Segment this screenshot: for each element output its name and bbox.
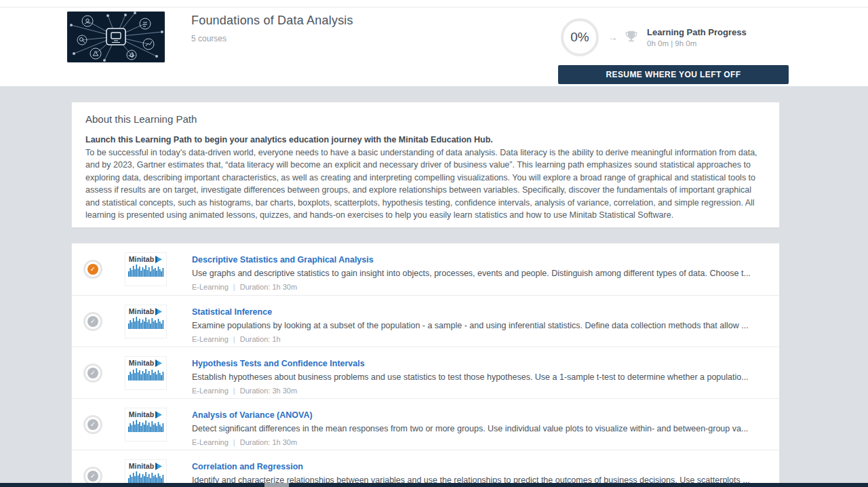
course-title-link[interactable]: Analysis of Variance (ANOVA)	[192, 410, 313, 420]
course-description: Examine populations by looking at a subs…	[192, 321, 762, 330]
resume-button[interactable]: RESUME WHERE YOU LEFT OFF	[558, 65, 789, 84]
course-list: ✓ Minitab Descriptive Statistics and Gra…	[71, 243, 780, 487]
course-description: Use graphs and descriptive statistics to…	[192, 269, 762, 278]
minitab-chevron-icon	[155, 308, 163, 315]
minitab-chevron-icon	[155, 256, 163, 263]
course-meta: E-Learning|Duration: 1h	[192, 335, 762, 343]
minitab-logo: Minitab	[125, 252, 167, 286]
minitab-chevron-icon	[155, 463, 163, 470]
course-meta: E-Learning|Duration: 1h 30m	[192, 283, 762, 291]
course-count: 5 courses	[191, 34, 353, 43]
footer-bar	[0, 483, 868, 487]
arrow-right-icon: →	[608, 31, 618, 43]
about-lead: Launch this Learning Path to begin your …	[85, 134, 766, 147]
minitab-bars-icon	[128, 263, 165, 277]
minitab-bars-icon	[128, 367, 165, 381]
header-divider	[0, 7, 868, 7]
check-circle-icon: ✓	[83, 312, 102, 331]
trophy-icon	[624, 29, 639, 44]
minitab-chevron-icon	[155, 411, 163, 418]
course-title-link[interactable]: Statistical Inference	[192, 307, 272, 317]
minitab-bars-icon	[128, 418, 165, 432]
minitab-chevron-icon	[155, 359, 163, 367]
progress-texts: Learning Path Progress 0h 0m | 9h 0m	[647, 27, 747, 47]
course-title-link[interactable]: Correlation and Regression	[192, 462, 303, 471]
course-row: ✓ Minitab Hypothesis Tests and Confidenc…	[72, 347, 779, 398]
learning-path-page: Foundations of Data Analysis 5 courses 0…	[0, 0, 868, 487]
course-row: ✓ Minitab Analysis of Variance (ANOVA) D…	[72, 398, 779, 450]
course-title-link[interactable]: Hypothesis Tests and Confidence Interval…	[192, 359, 365, 368]
course-row: ✓ Minitab Statistical Inference Examine …	[72, 295, 779, 347]
about-card: About this Learning Path Launch this Lea…	[71, 102, 780, 228]
course-row: ✓ Minitab Descriptive Statistics and Gra…	[72, 244, 779, 295]
about-title: About this Learning Path	[85, 113, 766, 125]
course-title-link[interactable]: Descriptive Statistics and Graphical Ana…	[192, 255, 374, 265]
check-circle-icon: ✓	[83, 364, 102, 383]
progress-percent: 0%	[570, 30, 589, 45]
progress-label: Learning Path Progress	[647, 27, 747, 37]
learning-path-thumbnail	[67, 12, 165, 62]
course-meta: E-Learning|Duration: 3h 30m	[192, 387, 762, 395]
minitab-logo: Minitab	[125, 408, 167, 442]
check-circle-icon: ✓	[83, 260, 102, 279]
course-meta: E-Learning|Duration: 1h 30m	[192, 438, 762, 446]
footer-scrollbar-thumb[interactable]	[264, 483, 289, 487]
course-description: Detect significant differences in the me…	[192, 424, 762, 433]
network-illustration	[67, 12, 165, 62]
minitab-bars-icon	[128, 315, 165, 329]
minitab-logo: Minitab	[125, 305, 167, 338]
learning-path-header: Foundations of Data Analysis 5 courses 0…	[0, 0, 868, 87]
minitab-logo: Minitab	[125, 356, 167, 390]
check-circle-icon: ✓	[83, 415, 102, 434]
progress-time: 0h 0m | 9h 0m	[647, 39, 747, 47]
progress-circle: 0%	[561, 18, 599, 56]
about-description: To be successful in today’s data-driven …	[85, 147, 766, 222]
course-row: ✓ Minitab Correlation and Regression Ide…	[72, 450, 779, 487]
minitab-bars-icon	[128, 470, 165, 484]
title-block: Foundations of Data Analysis 5 courses	[191, 14, 353, 43]
course-description: Establish hypotheses about business prob…	[192, 372, 762, 382]
page-title: Foundations of Data Analysis	[191, 14, 353, 28]
